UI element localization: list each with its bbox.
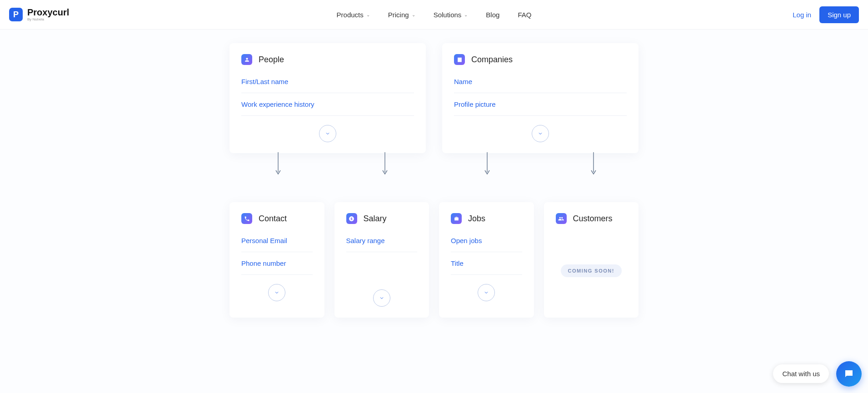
nav-solutions-label: Solutions bbox=[434, 11, 462, 19]
logo-text: Proxycurl By Nubela bbox=[27, 8, 69, 21]
card-people-title: People bbox=[259, 55, 284, 65]
chat-icon bbox=[843, 368, 854, 379]
nav-blog[interactable]: Blog bbox=[486, 11, 499, 19]
attr-personal-email[interactable]: Personal Email bbox=[241, 237, 313, 252]
main-nav: Products ⌄ Pricing ⌄ Solutions ⌄ Blog FA… bbox=[337, 11, 532, 19]
card-companies: Companies Name Profile picture bbox=[442, 43, 639, 153]
chevron-down-icon: ⌄ bbox=[412, 12, 415, 17]
signup-button[interactable]: Sign up bbox=[819, 6, 859, 23]
card-salary-title: Salary bbox=[364, 214, 387, 224]
expand-people-button[interactable] bbox=[319, 125, 336, 142]
expand-jobs-button[interactable] bbox=[478, 284, 495, 301]
card-jobs: Jobs Open jobs Title bbox=[439, 202, 534, 318]
attr-open-jobs[interactable]: Open jobs bbox=[451, 237, 522, 252]
attr-salary-range[interactable]: Salary range bbox=[346, 237, 418, 252]
attr-phone-number[interactable]: Phone number bbox=[241, 252, 313, 275]
briefcase-icon bbox=[451, 213, 462, 224]
arrow-down-icon bbox=[484, 152, 490, 176]
expand-salary-button[interactable] bbox=[373, 289, 390, 307]
card-people: People First/Last name Work experience h… bbox=[229, 43, 426, 153]
chat-fab[interactable] bbox=[836, 361, 862, 387]
card-contact: Contact Personal Email Phone number bbox=[229, 202, 324, 318]
dollar-icon: $ bbox=[346, 213, 357, 224]
logo[interactable]: P Proxycurl By Nubela bbox=[9, 8, 69, 21]
card-contact-title: Contact bbox=[259, 214, 287, 224]
arrow-down-icon bbox=[590, 152, 597, 176]
arrow-down-icon bbox=[275, 152, 281, 176]
card-companies-title: Companies bbox=[471, 55, 513, 65]
chat-label[interactable]: Chat with us bbox=[773, 364, 829, 383]
nav-faq-label: FAQ bbox=[518, 11, 531, 19]
expand-contact-button[interactable] bbox=[268, 284, 285, 301]
main-content: People First/Last name Work experience h… bbox=[0, 30, 868, 318]
expand-companies-button[interactable] bbox=[532, 125, 549, 142]
chevron-down-icon: ⌄ bbox=[464, 12, 468, 17]
brand-byline: By Nubela bbox=[27, 18, 69, 21]
attr-profile-picture[interactable]: Profile picture bbox=[454, 93, 627, 116]
nav-pricing-label: Pricing bbox=[388, 11, 409, 19]
brand-name: Proxycurl bbox=[27, 8, 69, 17]
nav-products[interactable]: Products ⌄ bbox=[337, 11, 370, 19]
attr-company-name[interactable]: Name bbox=[454, 78, 627, 93]
person-icon bbox=[241, 54, 252, 65]
nav-blog-label: Blog bbox=[486, 11, 499, 19]
login-link[interactable]: Log in bbox=[793, 11, 811, 19]
card-customers-title: Customers bbox=[573, 214, 613, 224]
nav-pricing[interactable]: Pricing ⌄ bbox=[388, 11, 415, 19]
phone-icon bbox=[241, 213, 252, 224]
arrows-row bbox=[229, 152, 639, 177]
nav-faq[interactable]: FAQ bbox=[518, 11, 531, 19]
nav-solutions[interactable]: Solutions ⌄ bbox=[434, 11, 468, 19]
header: P Proxycurl By Nubela Products ⌄ Pricing… bbox=[0, 0, 868, 30]
attr-job-title[interactable]: Title bbox=[451, 252, 522, 275]
attr-first-last-name[interactable]: First/Last name bbox=[241, 78, 414, 93]
arrow-down-icon bbox=[382, 152, 388, 176]
auth-controls: Log in Sign up bbox=[793, 6, 859, 23]
attr-work-experience[interactable]: Work experience history bbox=[241, 93, 414, 116]
card-jobs-title: Jobs bbox=[468, 214, 485, 224]
coming-soon-badge: COMING SOON! bbox=[561, 264, 622, 277]
users-icon bbox=[556, 213, 567, 224]
building-icon bbox=[454, 54, 465, 65]
nav-products-label: Products bbox=[337, 11, 364, 19]
logo-icon: P bbox=[9, 8, 23, 21]
svg-text:$: $ bbox=[351, 217, 353, 221]
card-salary: $ Salary Salary range bbox=[334, 202, 429, 318]
card-customers: Customers COMING SOON! bbox=[544, 202, 639, 318]
chevron-down-icon: ⌄ bbox=[366, 12, 370, 17]
